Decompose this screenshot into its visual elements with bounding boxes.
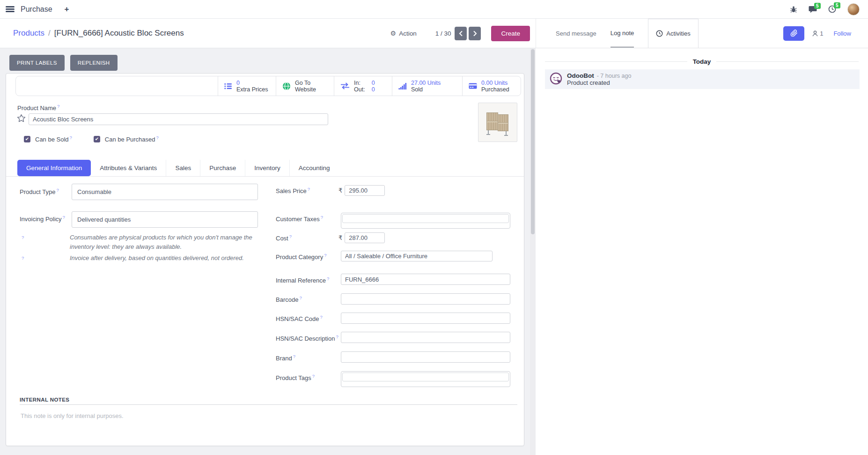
add-tab-button[interactable]: + — [65, 5, 69, 14]
chevron-left-icon — [459, 30, 463, 37]
credit-card-icon — [469, 83, 477, 89]
internal-notes-title: INTERNAL NOTES — [20, 397, 69, 403]
form-view-pane: PRINT LABELS REPLENISH 0Extra Prices Go … — [0, 48, 530, 455]
invoicing-policy-label: Invoicing Policy? — [20, 215, 65, 223]
product-category-label: Product Category? — [276, 253, 326, 261]
can-be-sold-label: Can be Sold? — [35, 135, 72, 143]
replenish-button[interactable]: REPLENISH — [70, 55, 118, 71]
message-body: Product created — [567, 79, 631, 86]
pager-next-button[interactable] — [469, 27, 481, 40]
top-navbar: Purchase + 5 5 — [0, 0, 868, 19]
sales-price-label: Sales Price? — [276, 186, 310, 194]
invoicing-policy-select[interactable]: Delivered quantities — [72, 211, 258, 228]
tab-sales[interactable]: Sales — [166, 160, 200, 176]
today-divider: Today — [545, 58, 859, 65]
activities-clock-icon[interactable]: 5 — [828, 5, 836, 13]
hsn-sac-description-label: HSN/SAC Description? — [276, 334, 338, 342]
pager-value[interactable]: 1 / 30 — [435, 30, 451, 37]
breadcrumb-separator: / — [48, 29, 51, 38]
chevron-right-icon — [473, 30, 477, 37]
chatter-pane: Today OdooBot - 7 hours ago Product cre — [536, 48, 868, 455]
brand-label: Brand? — [276, 354, 295, 362]
product-tags-label: Product Tags? — [276, 373, 315, 381]
activities-badge: 5 — [834, 2, 840, 8]
in-label: In: — [354, 80, 365, 86]
cost-label: Cost? — [276, 234, 292, 242]
units-sold-stat-button[interactable]: 27.00 UnitsSold — [392, 76, 462, 96]
today-label: Today — [693, 58, 711, 65]
control-panel: Products / [FURN_6666] Acoustic Bloc Scr… — [0, 19, 868, 48]
tab-general-information[interactable]: General Information — [17, 160, 91, 176]
vertical-scrollbar[interactable] — [530, 48, 536, 455]
internal-notes-placeholder[interactable]: This note is only for internal purposes. — [21, 412, 124, 419]
sales-price-input[interactable] — [345, 185, 385, 196]
units-sold-value: 27.00 Units — [411, 80, 441, 86]
chatter-toolbar: Send message Log note Activities 1 Follo… — [536, 19, 868, 48]
hsn-sac-code-input[interactable] — [341, 313, 510, 324]
log-note-button[interactable]: Log note — [611, 19, 634, 47]
product-name-input[interactable] — [29, 113, 328, 125]
message-author[interactable]: OdooBot — [567, 72, 594, 79]
product-type-select[interactable]: Consumable — [72, 184, 258, 200]
units-purchased-label: Purchased — [481, 86, 509, 93]
go-to-website-stat-button[interactable]: Go ToWebsite — [276, 76, 334, 96]
can-be-purchased-checkbox[interactable]: ✔ — [94, 136, 100, 142]
favorite-star-icon[interactable] — [17, 114, 26, 125]
cost-input[interactable] — [345, 232, 385, 243]
stat-button-box: 0Extra Prices Go ToWebsite In: 0 Out: 0 — [15, 76, 521, 96]
consumable-helper-text: Consumables are physical products for wh… — [70, 233, 253, 251]
can-be-purchased-label: Can be Purchased? — [105, 135, 159, 143]
schedule-activity-button[interactable]: Activities — [648, 19, 698, 48]
hsn-sac-description-input[interactable] — [341, 332, 510, 343]
tab-accounting[interactable]: Accounting — [289, 160, 339, 176]
customer-taxes-label: Customer Taxes? — [276, 215, 323, 223]
product-name-label: Product Name? — [17, 104, 59, 112]
internal-reference-input[interactable] — [341, 274, 510, 285]
extra-prices-stat-button[interactable]: 0Extra Prices — [218, 76, 276, 96]
app-title[interactable]: Purchase — [21, 5, 52, 14]
out-value: 0 — [372, 86, 375, 93]
clock-icon — [656, 30, 663, 37]
breadcrumb-current: [FURN_6666] Acoustic Bloc Screens — [54, 29, 184, 38]
pager-previous-button[interactable] — [455, 27, 467, 40]
units-purchased-stat-button[interactable]: 0.00 UnitsPurchased — [462, 76, 521, 96]
followers-button[interactable]: 1 — [812, 30, 823, 37]
product-image[interactable] — [478, 103, 517, 142]
in-out-stat-button[interactable]: In: 0 Out: 0 — [334, 76, 392, 96]
messages-badge: 5 — [814, 3, 821, 9]
bar-chart-icon — [398, 82, 407, 90]
barcode-input[interactable] — [341, 293, 510, 305]
user-avatar[interactable] — [847, 3, 860, 15]
customer-taxes-input[interactable] — [341, 213, 510, 229]
odoo-product-form-screen: Purchase + 5 5 Products / [FURN_6666] Ac… — [0, 0, 868, 455]
breadcrumb-products-link[interactable]: Products — [13, 29, 44, 38]
consumable-help-marker: ? — [22, 235, 24, 240]
messages-icon[interactable]: 5 — [809, 6, 817, 13]
attach-files-button[interactable] — [783, 26, 804, 41]
tab-purchase[interactable]: Purchase — [200, 160, 245, 176]
out-label: Out: — [354, 86, 365, 93]
product-category-input[interactable] — [341, 251, 493, 261]
internal-notes-divider — [20, 404, 517, 405]
breadcrumb: Products / [FURN_6666] Acoustic Bloc Scr… — [13, 29, 184, 38]
extra-prices-label: Extra Prices — [236, 86, 268, 93]
hsn-sac-code-label: HSN/SAC Code? — [276, 314, 323, 322]
tab-inventory[interactable]: Inventory — [245, 160, 289, 176]
send-message-button[interactable]: Send message — [556, 20, 596, 47]
print-labels-button[interactable]: PRINT LABELS — [9, 55, 65, 71]
tab-attributes-variants[interactable]: Attributes & Variants — [91, 160, 166, 176]
product-tags-input[interactable] — [341, 371, 510, 387]
action-menu-button[interactable]: ⚙ Action — [390, 30, 417, 37]
scrollbar-thumb[interactable] — [531, 49, 535, 234]
list-icon — [224, 83, 232, 90]
create-button[interactable]: Create — [491, 26, 530, 41]
transfer-arrows-icon — [340, 82, 350, 90]
globe-icon — [282, 82, 291, 90]
follow-button[interactable]: Follow — [833, 30, 851, 37]
units-sold-label: Sold — [411, 86, 441, 93]
debug-bug-icon[interactable] — [790, 6, 797, 13]
can-be-sold-checkbox[interactable]: ✔ — [24, 136, 30, 142]
apps-menu-icon[interactable] — [6, 6, 15, 12]
brand-input[interactable] — [341, 351, 510, 363]
gear-icon: ⚙ — [390, 30, 397, 37]
